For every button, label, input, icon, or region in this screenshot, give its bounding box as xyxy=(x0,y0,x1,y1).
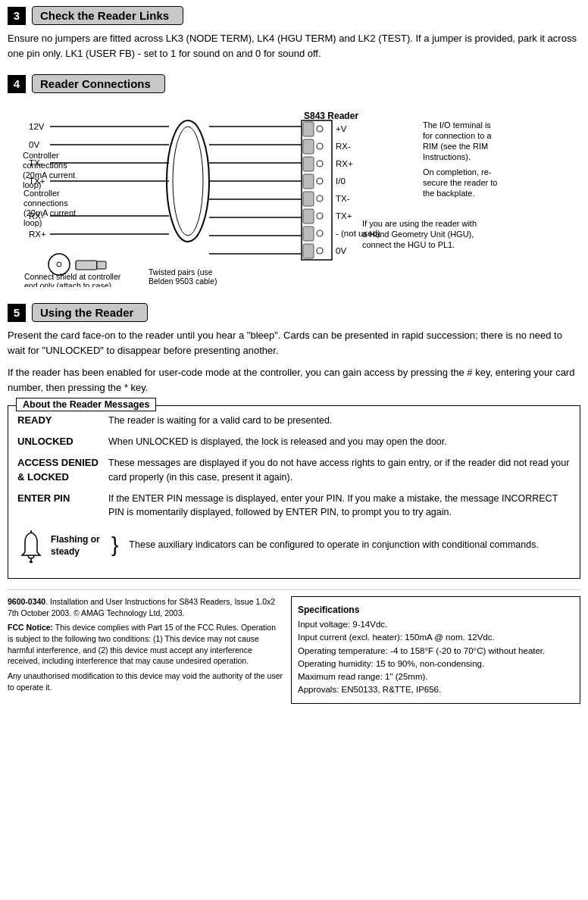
svg-rect-31 xyxy=(303,157,314,171)
svg-text:The I/O terminal is: The I/O terminal is xyxy=(423,120,491,130)
svg-point-18 xyxy=(173,127,203,236)
svg-point-77 xyxy=(30,561,33,563)
message-row-ready: READY The reader is waiting for a valid … xyxy=(17,414,571,427)
footer: 9600-0340. Installation and User Instruc… xyxy=(8,589,580,704)
svg-rect-35 xyxy=(303,227,314,241)
footer-left: 9600-0340. Installation and User Instruc… xyxy=(8,596,283,704)
section-4-number: 4 xyxy=(8,75,26,93)
svg-text:Controller: Controller xyxy=(23,189,60,198)
svg-text:I/0: I/0 xyxy=(336,177,346,186)
svg-text:(20mA current: (20mA current xyxy=(23,170,75,180)
svg-text:RX+: RX+ xyxy=(336,159,353,168)
message-row-enter-pin: ENTER PIN If the ENTER PIN message is di… xyxy=(17,492,571,519)
svg-text:Twisted pairs (use: Twisted pairs (use xyxy=(149,267,213,277)
svg-rect-32 xyxy=(303,174,314,189)
section-5-header: 5 Using the Reader xyxy=(8,303,580,322)
message-desc-enter-pin: If the ENTER PIN message is displayed, e… xyxy=(108,492,571,519)
message-term-enter-pin: ENTER PIN xyxy=(17,492,101,505)
svg-point-39 xyxy=(317,161,323,167)
svg-point-43 xyxy=(317,230,323,236)
svg-rect-33 xyxy=(303,192,314,206)
svg-text:If you are using the reader wi: If you are using the reader with xyxy=(362,219,477,228)
section-5-text1: Present the card face-on to the reader u… xyxy=(8,328,580,358)
svg-rect-30 xyxy=(303,139,314,154)
svg-point-37 xyxy=(317,126,323,132)
svg-text:RX+: RX+ xyxy=(29,230,46,239)
section-4: 4 Reader Connections 12V 0V TX- TX+ RX- … xyxy=(8,74,580,292)
svg-text:loop): loop) xyxy=(23,218,42,227)
svg-rect-34 xyxy=(303,209,314,223)
message-desc-ready: The reader is waiting for a valid card t… xyxy=(108,414,571,427)
section-4-header: 4 Reader Connections xyxy=(8,74,580,93)
message-term-access-denied: ACCESS DENIED& LOCKED xyxy=(17,456,101,483)
bell-icon-area: Flashing orsteady xyxy=(17,530,101,563)
svg-point-42 xyxy=(317,213,323,219)
footer-part-number: 9600-0340 xyxy=(8,597,45,606)
message-row-unlocked: UNLOCKED When UNLOCKED is displayed, the… xyxy=(17,435,571,448)
svg-text:for connection to a: for connection to a xyxy=(423,131,492,140)
svg-point-41 xyxy=(317,195,323,202)
svg-point-44 xyxy=(317,248,323,254)
svg-text:connections: connections xyxy=(23,198,68,208)
svg-point-40 xyxy=(317,178,323,184)
svg-text:RIM (see the RIM: RIM (see the RIM xyxy=(423,142,488,151)
flashing-label: Flashing orsteady xyxy=(51,534,100,558)
svg-text:Belden 9503 cable): Belden 9503 cable) xyxy=(149,277,217,286)
footer-spec-line-6: Approvals: EN50133, R&TTE, IP656. xyxy=(298,683,574,696)
message-row-flashing: Flashing orsteady } These auxiliary indi… xyxy=(17,527,571,563)
svg-text:secure the reader to: secure the reader to xyxy=(423,178,497,187)
svg-point-61 xyxy=(57,262,61,267)
section-5-text2: If the reader has been enabled for user-… xyxy=(8,365,580,395)
section-3: 3 Check the Reader Links Ensure no jumpe… xyxy=(8,6,580,61)
section-5-number: 5 xyxy=(8,304,26,322)
svg-text:connections: connections xyxy=(23,161,67,170)
svg-text:TX+: TX+ xyxy=(336,211,352,220)
svg-text:S843 Reader: S843 Reader xyxy=(304,111,358,121)
svg-text:On completion, re-: On completion, re- xyxy=(423,167,492,177)
footer-main-text: . Installation and User Instructions for… xyxy=(8,597,275,617)
section-3-title: Check the Reader Links xyxy=(32,6,183,25)
message-row-access-denied: ACCESS DENIED& LOCKED These messages are… xyxy=(17,456,571,483)
section-5-title: Using the Reader xyxy=(32,303,148,322)
svg-point-38 xyxy=(317,143,323,149)
svg-text:Controller: Controller xyxy=(23,151,59,160)
footer-spec-line-5: Maximum read range: 1" (25mm). xyxy=(298,670,574,683)
footer-spec-line-3: Operating temperature: -4 to 158°F (-20 … xyxy=(298,645,574,658)
svg-text:+V: +V xyxy=(336,124,347,133)
svg-text:loop): loop) xyxy=(23,180,41,189)
svg-text:Connect shield at controller: Connect shield at controller xyxy=(24,272,121,281)
messages-box-title: About the Reader Messages xyxy=(16,398,156,411)
section-3-text: Ensure no jumpers are fitted across LK3 … xyxy=(8,31,580,61)
message-desc-unlocked: When UNLOCKED is displayed, the lock is … xyxy=(108,435,571,448)
svg-text:0V: 0V xyxy=(336,246,346,255)
svg-text:the backplate.: the backplate. xyxy=(423,189,475,198)
svg-text:TX-: TX- xyxy=(336,194,350,203)
svg-text:end only (attach to case).: end only (attach to case). xyxy=(24,281,114,287)
section-3-header: 3 Check the Reader Links xyxy=(8,6,580,25)
footer-fcc-bold: FCC Notice: xyxy=(8,623,53,632)
footer-spec-line-1: Input voltage: 9-14Vdc. xyxy=(298,618,574,631)
message-desc-flashing: These auxiliary indicators can be config… xyxy=(129,538,571,552)
section-5: 5 Using the Reader Present the card face… xyxy=(8,303,580,395)
svg-rect-63 xyxy=(97,261,106,269)
svg-rect-36 xyxy=(303,244,314,258)
footer-spec-line-2: Input current (excl. heater): 150mA @ no… xyxy=(298,631,574,644)
wiring-diagram: 12V 0V TX- TX+ RX- RX+ Controller connec… xyxy=(8,105,580,287)
message-term-unlocked: UNLOCKED xyxy=(17,435,101,448)
svg-text:12V: 12V xyxy=(29,122,45,131)
messages-box: About the Reader Messages READY The read… xyxy=(8,405,580,579)
svg-text:Instructions).: Instructions). xyxy=(423,152,471,161)
svg-text:0V: 0V xyxy=(29,140,39,149)
message-term-ready: READY xyxy=(17,414,101,427)
svg-rect-29 xyxy=(303,122,314,136)
curly-brace: } xyxy=(111,534,118,555)
footer-spec-line-4: Operating humidity: 15 to 90%, non-conde… xyxy=(298,658,574,670)
footer-unauth-text: Any unauthorised modification to this de… xyxy=(8,670,283,692)
svg-rect-62 xyxy=(76,261,97,270)
section-3-number: 3 xyxy=(8,7,26,25)
svg-text:a Hand Geometry Unit (HGU),: a Hand Geometry Unit (HGU), xyxy=(362,230,474,239)
footer-specs-title: Specifications xyxy=(298,603,574,617)
section-4-title: Reader Connections xyxy=(32,74,165,93)
footer-right: Specifications Input voltage: 9-14Vdc. I… xyxy=(291,596,580,704)
svg-text:connect the HGU to PL1.: connect the HGU to PL1. xyxy=(362,240,455,249)
